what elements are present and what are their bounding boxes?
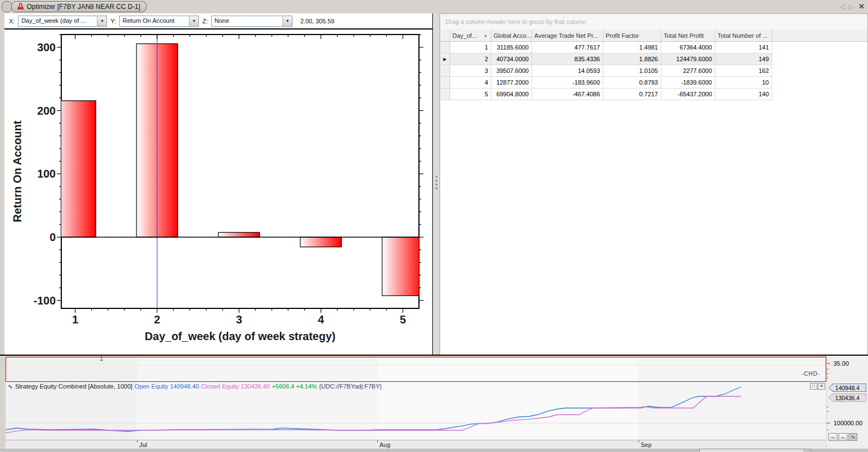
price-panel[interactable]: 1 -CHD- — [6, 357, 826, 382]
column-header[interactable]: Total Number of ... — [715, 30, 772, 42]
tab-bar: Optimizer [F7BY JAN8 NEAR CC D-1] ◁ ▷ ✕ — [0, 0, 868, 13]
equity-status-segment: Open Equity 140948.40 — [135, 383, 199, 390]
equity-chart-svg — [6, 382, 826, 440]
column-header-label: Average Trade Net Pr... — [534, 32, 598, 39]
series-marker: 1 — [100, 355, 103, 362]
table-row[interactable]: 569904.8000-467.40860.7217-65437.2000140 — [440, 89, 867, 100]
equity-status-line: ∿Strategy Equity Combined [Absolute, 100… — [8, 383, 384, 390]
table-cell: 4 — [450, 77, 491, 89]
bar-day-5[interactable] — [382, 237, 423, 296]
price-scale-icon[interactable]: ∿ — [849, 433, 857, 441]
row-indicator[interactable] — [440, 89, 450, 100]
bar-chart[interactable]: -100010020030012345Return On AccountDay_… — [4, 30, 432, 356]
row-indicator[interactable] — [440, 65, 450, 77]
chevron-down-icon[interactable]: ▼ — [97, 16, 106, 26]
z-axis-select-value: None — [212, 16, 282, 26]
table-cell: 162 — [715, 65, 772, 77]
equity-panel[interactable]: ∿Strategy Equity Combined [Absolute, 100… — [6, 382, 826, 440]
column-header[interactable]: Profit Factor — [603, 30, 661, 42]
month-tick — [377, 440, 378, 443]
group-by-bar[interactable]: Drag a column header here to group by th… — [440, 14, 867, 30]
tab-title: Optimizer [F7BY JAN8 NEAR CC D-1] — [27, 3, 140, 11]
equity-workspace: 1 -CHD- ∿Strategy Equity Combined [Absol… — [0, 355, 868, 452]
table-cell: 0.8793 — [603, 77, 661, 89]
line-chart-icon: ∿ — [8, 383, 13, 390]
column-header[interactable]: Average Trade Net Pr... — [532, 30, 603, 42]
equity-status-segment: {UDC://F7BYadj:F7BY} — [319, 383, 382, 390]
column-header[interactable]: Global Acco... — [491, 30, 532, 42]
table-cell: 1.4981 — [603, 42, 661, 53]
column-header-label: Total Net Profit — [664, 32, 704, 39]
row-indicator[interactable] — [440, 42, 450, 53]
y-tick-label: 200 — [37, 105, 56, 117]
column-header[interactable]: Day_of...▲ — [450, 30, 491, 42]
z-axis-select[interactable]: None ▼ — [211, 16, 292, 27]
panel-window-buttons: □ ✕ — [810, 383, 825, 390]
bar-day-3[interactable] — [218, 232, 260, 237]
compress-scale-icon[interactable]: ↔ — [828, 433, 837, 441]
chevron-down-icon[interactable]: ▼ — [282, 16, 292, 26]
month-label: Aug — [379, 441, 391, 448]
table-cell: 1 — [450, 42, 491, 53]
y-axis-select[interactable]: Return On Account ▼ — [119, 16, 199, 27]
row-filler — [772, 53, 867, 65]
column-header[interactable]: Total Net Profit — [661, 30, 715, 42]
table-cell: 124479.6000 — [661, 53, 715, 65]
y-tick-label: 0 — [50, 231, 56, 243]
table-cell: 1.0105 — [603, 65, 661, 77]
background-tab[interactable] — [2, 1, 12, 12]
optimizer-icon — [17, 3, 24, 11]
table-cell: 67364.4000 — [661, 42, 715, 53]
close-panel-icon[interactable]: ✕ — [818, 383, 825, 390]
bar-day-4[interactable] — [300, 237, 342, 247]
table-cell: 141 — [715, 42, 772, 53]
crosshair-readout: 2.00, 305.59 — [300, 18, 334, 24]
table-cell: 40734.0000 — [491, 53, 532, 65]
tab-optimizer[interactable]: Optimizer [F7BY JAN8 NEAR CC D-1] — [11, 1, 147, 12]
y-tick-label: 100 — [37, 168, 56, 180]
x-tick-label: 3 — [236, 313, 242, 326]
table-cell: -467.4086 — [532, 89, 603, 100]
month-label: Jul — [139, 441, 147, 448]
bottom-scroll-strip — [0, 449, 868, 452]
row-indicator[interactable]: ▶ — [440, 53, 450, 65]
sort-asc-icon: ▲ — [484, 33, 489, 37]
x-axis-select[interactable]: Day_of_week (day of ... ▼ — [18, 16, 107, 27]
row-indicator[interactable] — [440, 77, 450, 89]
x-axis-title: Day_of_week (day of week strategy) — [145, 330, 335, 342]
tab-nav-controls: ◁ ▷ ✕ — [840, 2, 865, 11]
table-row[interactable]: 412877.2000-183.96000.8793-1839.600010 — [440, 77, 867, 89]
scrollbar-thumb[interactable] — [803, 450, 810, 451]
column-header-label: Global Acco... — [494, 32, 531, 39]
table-row[interactable]: 339507.600014.05931.01052277.6000162 — [440, 65, 867, 77]
month-tick — [638, 440, 639, 443]
nav-forward-icon[interactable]: ▷ — [849, 3, 854, 11]
open-equity-line — [6, 387, 741, 431]
table-cell: 140 — [715, 89, 772, 100]
expand-scale-icon[interactable]: ↔ — [838, 433, 847, 441]
restore-icon[interactable]: □ — [810, 383, 817, 390]
chevron-down-icon[interactable]: ▼ — [189, 16, 198, 26]
time-axis[interactable]: JulAugSep — [6, 440, 826, 449]
closed-equity-line — [6, 396, 741, 433]
month-label: Sep — [641, 441, 652, 448]
column-header-label: Day_of... — [452, 32, 477, 39]
bar-chart-svg: -100010020030012345Return On AccountDay_… — [4, 30, 432, 353]
horizontal-scrollbar[interactable] — [699, 449, 811, 452]
chd-marker: -CHD- — [802, 371, 820, 377]
y-axis-title: Return On Account — [11, 120, 23, 222]
column-header-label: Total Number of ... — [718, 32, 768, 39]
column-header-filler — [772, 30, 867, 42]
table-row[interactable]: 131185.6000477.76171.498167364.4000141 — [440, 42, 867, 53]
equity-status-segment: +5606.4 +4.14% — [272, 383, 317, 390]
pane-splitter[interactable] — [432, 13, 440, 355]
nav-back-icon[interactable]: ◁ — [840, 3, 845, 11]
price-gridline — [6, 365, 826, 365]
table-cell: 31185.6000 — [491, 42, 532, 53]
optimizer-window: Optimizer [F7BY JAN8 NEAR CC D-1] ◁ ▷ ✕ … — [0, 0, 868, 452]
price-axis[interactable]: 35.00 140948.4 130436.4 100000.00 ↔↔∿ — [827, 356, 868, 449]
close-icon[interactable]: ✕ — [859, 2, 865, 11]
table-row[interactable]: ▶240734.0000835.43361.8826124479.6000149 — [440, 53, 867, 65]
column-header-label: Profit Factor — [606, 32, 639, 39]
x-axis-label: X: — [9, 18, 14, 24]
